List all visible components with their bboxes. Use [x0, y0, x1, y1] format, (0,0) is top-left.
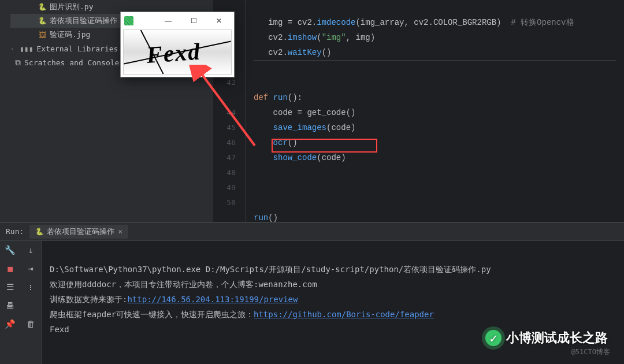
brand-watermark: ✓ 小博测试成长之路 — [485, 329, 608, 347]
image-preview-window[interactable]: — ☐ ✕ Fexd — [120, 12, 235, 77]
line-number: 47 — [214, 150, 245, 165]
run-label: Run: — [6, 227, 24, 236]
trash-button[interactable]: 🗑 — [21, 315, 42, 333]
console-link[interactable]: http://146.56.204.113:19199/preview — [127, 295, 298, 304]
console-line: 训练数据支持来源于: — [50, 295, 127, 304]
library-icon: ▮▮▮ — [20, 44, 33, 53]
run-tab-label: 若依项目验证码操作 — [47, 226, 114, 237]
code-editor: 42 44 45 46 47 48 49 50 img = cv2.imdeco… — [214, 0, 624, 222]
console-line: 欢迎使用ddddocr，本项目专注带动行业内卷，个人博客:wenanzhe.co… — [50, 280, 317, 289]
python-icon: 🐍 — [38, 3, 46, 11]
run-toolbar: ↻ ↑ 🔧 ↓ ■ ⇥ ☰ ⫶ 🖶 📌 🗑 — [0, 222, 42, 364]
highlight-annotation — [272, 139, 377, 153]
console-line: Fexd — [50, 325, 69, 334]
line-number: 46 — [214, 135, 245, 150]
tree-label: 若依项目验证码操作 — [50, 16, 117, 26]
line-number: 48 — [214, 165, 245, 180]
close-icon[interactable]: × — [118, 227, 122, 236]
python-icon: 🐍 — [35, 228, 43, 236]
code-area[interactable]: img = cv2.imdecode(img_array, cv2.COLOR_… — [246, 0, 624, 222]
python-icon: 🐍 — [38, 17, 46, 25]
tree-label: 图片识别.py — [50, 2, 93, 12]
print-button[interactable]: 🖶 — [0, 296, 21, 315]
brand-text: 小博测试成长之路 — [506, 329, 608, 347]
stop-button[interactable]: ■ — [0, 259, 21, 278]
pin-button[interactable]: 📌 — [0, 315, 21, 333]
line-number: 50 — [214, 195, 245, 210]
image-icon: 🖼 — [38, 31, 46, 39]
tree-label: 验证码.jpg — [50, 29, 90, 40]
line-number: 45 — [214, 120, 245, 135]
minimize-button[interactable]: — — [157, 13, 180, 29]
close-button[interactable]: ✕ — [207, 13, 231, 29]
ide-main: 🐍 图片识别.py 🐍 若依项目验证码操作 🖼 验证码.jpg › ▮▮▮ Ex… — [0, 0, 624, 222]
source-watermark: @51CTO博客 — [571, 347, 610, 357]
window-icon — [124, 16, 133, 25]
tree-label: Scratches and Consoles — [24, 58, 124, 67]
stack-button[interactable]: ☰ — [0, 278, 21, 296]
down-button[interactable]: ↓ — [21, 241, 42, 259]
window-titlebar[interactable]: — ☐ ✕ — [121, 12, 234, 29]
scratches-icon: ⧉ — [15, 58, 21, 68]
jump-button[interactable]: ⇥ — [21, 259, 42, 278]
line-number: 44 — [214, 105, 245, 120]
wrench-button[interactable]: 🔧 — [0, 241, 21, 259]
console-link[interactable]: https://github.com/Boris-code/feapder — [254, 310, 434, 319]
wechat-icon: ✓ — [485, 330, 502, 346]
sep-button[interactable]: ⫶ — [21, 278, 42, 296]
svg-text:Fexd: Fexd — [145, 38, 202, 68]
console-line: 爬虫框架feapder可快速一键接入，快速开启爬虫之旅： — [50, 310, 254, 319]
maximize-button[interactable]: ☐ — [182, 13, 205, 29]
line-number — [214, 90, 245, 105]
run-tab[interactable]: 🐍 若依项目验证码操作 × — [29, 225, 128, 239]
divider[interactable] — [0, 222, 624, 223]
captcha-image: Fexd — [123, 29, 232, 75]
line-number: 49 — [214, 180, 245, 195]
tree-label: External Libraries — [37, 44, 118, 53]
chevron-right-icon: › — [10, 46, 14, 52]
